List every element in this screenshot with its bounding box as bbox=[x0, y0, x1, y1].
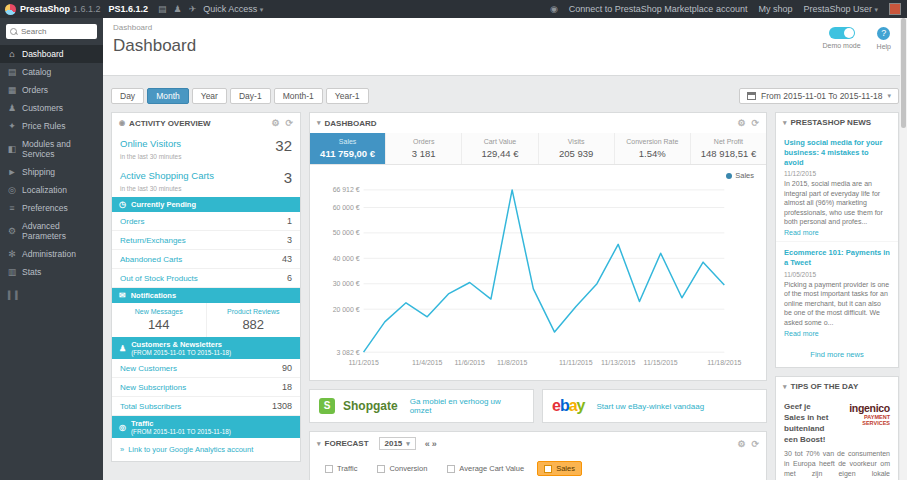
refresh-icon[interactable]: ⟳ bbox=[285, 118, 293, 128]
svg-text:11/1/2015: 11/1/2015 bbox=[348, 359, 378, 366]
sidebar-item-stats[interactable]: ▥Stats bbox=[0, 263, 103, 281]
sidebar-item-shipping[interactable]: ►Shipping bbox=[0, 163, 103, 181]
read-more-link[interactable]: Read more bbox=[784, 229, 890, 236]
prestashop-logo-icon[interactable] bbox=[5, 4, 16, 15]
google-analytics-link[interactable]: » Link to your Google Analytics account bbox=[112, 438, 300, 461]
chevron-down-icon[interactable]: ▾ bbox=[317, 440, 321, 448]
sidebar-item-orders[interactable]: ▦Orders bbox=[0, 81, 103, 99]
product-reviews-label: Product Reviews bbox=[211, 308, 297, 315]
panel-title: FORECAST bbox=[325, 439, 369, 448]
gear-icon: ⚙ bbox=[7, 226, 17, 236]
out-of-stock-link[interactable]: Out of Stock Products bbox=[120, 274, 198, 283]
active-carts-subtext: in the last 30 minutes bbox=[112, 185, 300, 197]
refresh-icon[interactable]: ⟳ bbox=[751, 439, 759, 449]
new-messages-label: New Messages bbox=[116, 308, 202, 315]
gear-icon[interactable]: ⚙ bbox=[271, 118, 279, 128]
user-menu[interactable]: PrestaShop User ▾ bbox=[803, 4, 878, 14]
abandoned-carts-link[interactable]: Abandoned Carts bbox=[120, 255, 182, 264]
filter-year-1-button[interactable]: Year-1 bbox=[326, 88, 369, 104]
checkbox-icon bbox=[447, 465, 455, 473]
next-arrow[interactable]: » bbox=[432, 439, 437, 449]
envelope-icon: ✉ bbox=[119, 291, 126, 300]
article-date: 11/05/2015 bbox=[784, 271, 890, 278]
forecast-cart-value-toggle[interactable]: Average Cart Value bbox=[440, 461, 531, 476]
sidebar-item-label: Modules and Services bbox=[22, 139, 96, 159]
returns-link[interactable]: Return/Exchanges bbox=[120, 236, 186, 245]
refresh-icon[interactable]: ⟳ bbox=[751, 118, 759, 128]
forecast-traffic-toggle[interactable]: Traffic bbox=[318, 461, 364, 476]
sidebar-item-administration[interactable]: ✻Administration bbox=[0, 245, 103, 263]
new-subscriptions-link[interactable]: New Subscriptions bbox=[120, 383, 186, 392]
svg-text:11/8/2015: 11/8/2015 bbox=[497, 359, 527, 366]
breadcrumb[interactable]: Dashboard bbox=[113, 23, 897, 32]
read-more-link[interactable]: Read more bbox=[784, 330, 890, 337]
article-headline-link[interactable]: Ecommerce 101: Payments in a Tweet bbox=[784, 248, 890, 268]
filter-month-button[interactable]: Month bbox=[147, 88, 189, 104]
chevron-down-icon[interactable]: ▾ bbox=[783, 119, 787, 127]
forecast-conversion-toggle[interactable]: Conversion bbox=[370, 461, 434, 476]
total-subscribers-link[interactable]: Total Subscribers bbox=[120, 402, 181, 411]
svg-text:60 000 €: 60 000 € bbox=[333, 204, 360, 211]
notifications-section-header: ✉ Notifications bbox=[112, 288, 300, 303]
chevron-down-icon[interactable]: ▾ bbox=[783, 383, 787, 391]
previous-arrow[interactable]: « bbox=[425, 439, 430, 449]
date-range-picker[interactable]: From 2015-11-01 To 2015-11-18 ▾ bbox=[739, 88, 899, 104]
globe-icon: ◎ bbox=[7, 185, 17, 195]
globe-icon: ◎ bbox=[119, 423, 126, 432]
kpi-conversion-rate-tab[interactable]: Conversion Rate1.54% bbox=[615, 133, 691, 164]
customers-row: New Subscriptions18 bbox=[112, 378, 300, 397]
sidebar-item-customers[interactable]: ♟Customers bbox=[0, 99, 103, 117]
sidebar-item-price-rules[interactable]: ✦Price Rules bbox=[0, 117, 103, 135]
sidebar-item-localization[interactable]: ◎Localization bbox=[0, 181, 103, 199]
customer-icon[interactable]: ♟ bbox=[174, 4, 182, 14]
sidebar-item-dashboard[interactable]: ⌂Dashboard bbox=[0, 45, 103, 63]
customers-row: New Customers90 bbox=[112, 359, 300, 378]
forecast-year-select[interactable]: 2015▾ bbox=[379, 437, 416, 450]
filter-day-button[interactable]: Day bbox=[111, 88, 144, 104]
kpi-visits-tab[interactable]: Visits205 939 bbox=[539, 133, 615, 164]
active-carts-link[interactable]: Active Shopping Carts bbox=[120, 170, 214, 181]
kpi-net-profit-tab[interactable]: Net Profit148 918,51 € bbox=[691, 133, 766, 164]
filter-day-1-button[interactable]: Day-1 bbox=[230, 88, 271, 104]
ebay-link[interactable]: Start uw eBay-winkel vandaag bbox=[597, 402, 705, 411]
filter-year-button[interactable]: Year bbox=[192, 88, 227, 104]
sidebar-item-catalog[interactable]: ▤Catalog bbox=[0, 63, 103, 81]
sidebar-item-label: Shipping bbox=[22, 167, 55, 177]
ebay-ad[interactable]: ebay Start uw eBay-winkel vandaag bbox=[542, 389, 767, 423]
scrollbar[interactable] bbox=[900, 18, 907, 480]
new-customers-link[interactable]: New Customers bbox=[120, 364, 177, 373]
demo-mode-toggle[interactable] bbox=[829, 27, 855, 39]
filter-month-1-button[interactable]: Month-1 bbox=[274, 88, 323, 104]
scrollbar-thumb[interactable] bbox=[901, 18, 906, 128]
chevron-down-icon[interactable]: ▾ bbox=[317, 119, 321, 127]
sidebar-item-advanced-parameters[interactable]: ⚙Advanced Parameters bbox=[0, 217, 103, 245]
kpi-orders-tab[interactable]: Orders3 181 bbox=[386, 133, 462, 164]
shopgate-ad[interactable]: S Shopgate Ga mobiel en verhoog uw omzet bbox=[309, 389, 534, 423]
gear-icon[interactable]: ⚙ bbox=[737, 439, 745, 449]
new-messages-cell[interactable]: New Messages 144 bbox=[112, 303, 207, 337]
shop-name[interactable]: PS1.6.1.2 bbox=[109, 4, 149, 14]
my-shop-link[interactable]: My shop bbox=[758, 4, 792, 14]
gear-icon[interactable]: ⚙ bbox=[737, 118, 745, 128]
shopgate-link[interactable]: Ga mobiel en verhoog uw omzet bbox=[410, 397, 524, 415]
sidebar-item-preferences[interactable]: ≡Preferences bbox=[0, 199, 103, 217]
product-reviews-cell[interactable]: Product Reviews 882 bbox=[207, 303, 301, 337]
avatar[interactable] bbox=[889, 3, 901, 15]
kpi-cart-value-tab[interactable]: Cart Value129,44 € bbox=[462, 133, 538, 164]
collapse-menu-icon[interactable]: ▍▍ bbox=[0, 281, 103, 310]
kpi-sales-tab[interactable]: Sales411 759,00 € bbox=[310, 133, 386, 164]
quick-access-menu[interactable]: Quick Access ▾ bbox=[203, 4, 263, 14]
rocket-icon[interactable]: ✈ bbox=[189, 4, 197, 14]
panel-title: DASHBOARD bbox=[325, 119, 377, 128]
page-header: Dashboard Dashboard Demo mode ? Help bbox=[103, 18, 907, 76]
article-headline-link[interactable]: Using social media for your business: 4 … bbox=[784, 138, 890, 167]
sidebar-item-modules[interactable]: ◧Modules and Services bbox=[0, 135, 103, 163]
forecast-sales-toggle[interactable]: Sales bbox=[537, 461, 582, 476]
cart-icon[interactable]: ▤ bbox=[158, 4, 167, 14]
find-more-news-link[interactable]: Find more news bbox=[776, 342, 898, 367]
online-visitors-link[interactable]: Online Visitors bbox=[120, 138, 181, 149]
orders-link[interactable]: Orders bbox=[120, 217, 144, 226]
help-icon[interactable]: ? bbox=[877, 27, 890, 40]
marketplace-link[interactable]: Connect to PrestaShop Marketplace accoun… bbox=[569, 4, 748, 14]
search-input[interactable] bbox=[21, 27, 93, 36]
